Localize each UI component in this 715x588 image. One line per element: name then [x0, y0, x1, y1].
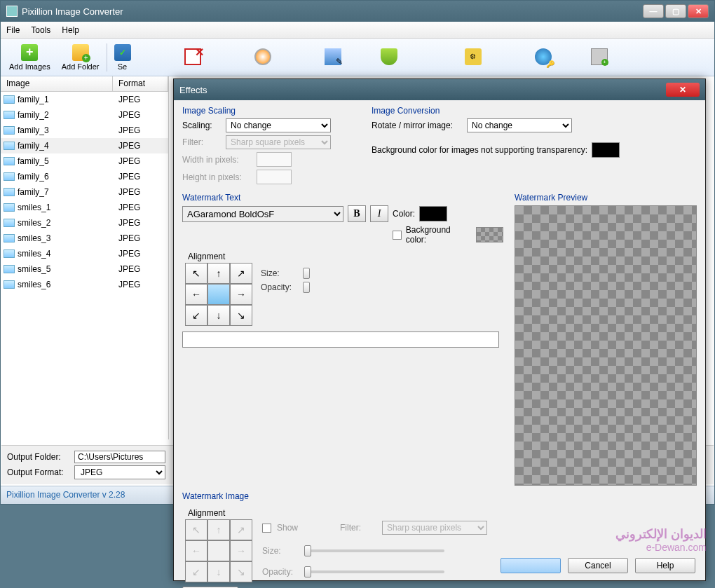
toolbar-resize[interactable]	[319, 47, 347, 68]
table-row[interactable]: family_5JPEG	[1, 153, 168, 169]
image-file-icon	[4, 280, 15, 289]
wm-image-size-slider	[304, 549, 444, 552]
height-input	[257, 170, 292, 184]
table-row[interactable]: family_4JPEG	[1, 138, 168, 153]
output-format-select[interactable]: JPEG	[74, 465, 165, 479]
file-name: family_6	[18, 172, 49, 182]
web-icon	[535, 48, 552, 65]
toolbar-web[interactable]	[529, 47, 557, 68]
image-file-icon	[4, 219, 15, 227]
effects-dialog: Effects ✕ Image Scaling Scaling: No chan…	[173, 78, 706, 581]
toolbar-settings[interactable]	[459, 47, 487, 68]
file-name: family_1	[18, 95, 49, 104]
close-button[interactable]: ✕	[688, 4, 709, 18]
file-name: family_2	[18, 110, 49, 120]
align-br: ↘	[230, 561, 252, 582]
image-file-icon	[4, 95, 15, 104]
bgcolor-swatch[interactable]	[592, 142, 620, 158]
toolbar-preview[interactable]	[375, 47, 403, 68]
table-row[interactable]: family_2JPEG	[1, 107, 168, 123]
toolbar-delete[interactable]	[179, 47, 207, 68]
italic-button[interactable]: I	[370, 205, 388, 222]
bgcolor-checkbox[interactable]	[393, 231, 402, 240]
align-bl[interactable]: ↙	[185, 305, 207, 326]
minimize-button[interactable]: —	[643, 4, 664, 18]
align-tl[interactable]: ↖	[185, 263, 207, 284]
file-format: JPEG	[113, 125, 168, 135]
wm-text-size-label: Size:	[261, 268, 297, 278]
toolbar-select[interactable]: Se	[109, 43, 137, 72]
toolbox-icon	[591, 48, 608, 65]
table-row[interactable]: family_1JPEG	[1, 92, 168, 107]
table-row[interactable]: family_6JPEG	[1, 169, 168, 184]
file-format: JPEG	[113, 280, 168, 289]
output-folder-input[interactable]	[74, 451, 165, 463]
align-tr[interactable]: ↗	[230, 263, 252, 284]
image-file-icon	[4, 142, 15, 150]
wm-image-align-grid: ↖↑↗←→↙↓↘	[185, 519, 252, 582]
text-bgcolor-swatch[interactable]	[476, 227, 503, 242]
menu-help[interactable]: Help	[62, 25, 79, 35]
scaling-select[interactable]: No change	[226, 118, 331, 132]
list-header: Image Format	[1, 76, 168, 92]
table-row[interactable]: smiles_5JPEG	[1, 261, 168, 277]
toolbar-effects[interactable]	[249, 47, 277, 68]
dialog-buttons: Cancel Help	[500, 558, 695, 573]
output-format-label: Output Format:	[7, 467, 70, 477]
table-row[interactable]: smiles_1JPEG	[1, 200, 168, 215]
wm-image-opacity-slider	[304, 570, 444, 573]
rotate-select[interactable]: No change	[467, 118, 572, 132]
list-rows: family_1JPEGfamily_2JPEGfamily_3JPEGfami…	[1, 92, 168, 292]
file-name: smiles_3	[18, 233, 50, 243]
ok-button[interactable]	[500, 558, 561, 573]
bold-button[interactable]: B	[348, 205, 366, 222]
menu-tools[interactable]: Tools	[31, 25, 50, 35]
table-row[interactable]: smiles_4JPEG	[1, 246, 168, 261]
table-row[interactable]: smiles_2JPEG	[1, 215, 168, 231]
text-bgcolor-label: Background color:	[406, 225, 472, 245]
wm-text-input[interactable]	[182, 331, 499, 348]
file-list: Image Format family_1JPEGfamily_2JPEGfam…	[1, 76, 169, 439]
file-name: family_3	[18, 125, 49, 135]
preview-heading: Watermark Preview	[515, 193, 697, 203]
help-button[interactable]: Help	[635, 558, 695, 573]
image-file-icon	[4, 172, 15, 181]
toolbar-add-folder[interactable]: Add Folder	[56, 43, 105, 72]
dialog-close-button[interactable]: ✕	[666, 83, 700, 97]
wm-text-align-label: Alignment	[188, 252, 252, 261]
image-file-icon	[4, 111, 15, 119]
align-t[interactable]: ↑	[207, 263, 230, 284]
file-name: smiles_5	[18, 264, 50, 274]
file-format: JPEG	[113, 203, 168, 212]
wm-image-show-checkbox[interactable]	[262, 524, 271, 533]
align-b[interactable]: ↓	[207, 305, 230, 326]
table-row[interactable]: family_3JPEG	[1, 123, 168, 138]
wm-image-align-label: Alignment	[188, 508, 252, 518]
table-row[interactable]: smiles_3JPEG	[1, 231, 168, 246]
align-l[interactable]: ←	[185, 284, 207, 305]
file-name: smiles_4	[18, 249, 50, 259]
table-row[interactable]: smiles_6JPEG	[1, 277, 168, 292]
align-t: ↑	[207, 519, 230, 540]
file-name: smiles_6	[18, 280, 50, 289]
cancel-button[interactable]: Cancel	[568, 558, 628, 573]
maximize-button[interactable]: ▢	[665, 4, 686, 18]
toolbar-toolbox[interactable]	[585, 47, 613, 68]
align-c[interactable]	[207, 284, 230, 305]
toolbar-add-images[interactable]: Add Images	[4, 43, 56, 72]
file-name: smiles_2	[18, 218, 50, 228]
file-format: JPEG	[113, 264, 168, 274]
menu-file[interactable]: File	[6, 25, 20, 35]
file-format: JPEG	[113, 172, 168, 182]
col-format[interactable]: Format	[113, 76, 168, 91]
align-r[interactable]: →	[230, 284, 252, 305]
wm-image-heading: Watermark Image	[182, 491, 697, 501]
align-br[interactable]: ↘	[230, 305, 252, 326]
col-image[interactable]: Image	[1, 76, 113, 91]
effects-icon	[254, 48, 271, 65]
file-format: JPEG	[113, 187, 168, 197]
text-color-swatch[interactable]	[419, 206, 447, 221]
table-row[interactable]: family_7JPEG	[1, 184, 168, 200]
wm-image-show-label: Show	[277, 523, 313, 533]
font-select[interactable]: AGaramond BoldOsF	[182, 206, 343, 222]
